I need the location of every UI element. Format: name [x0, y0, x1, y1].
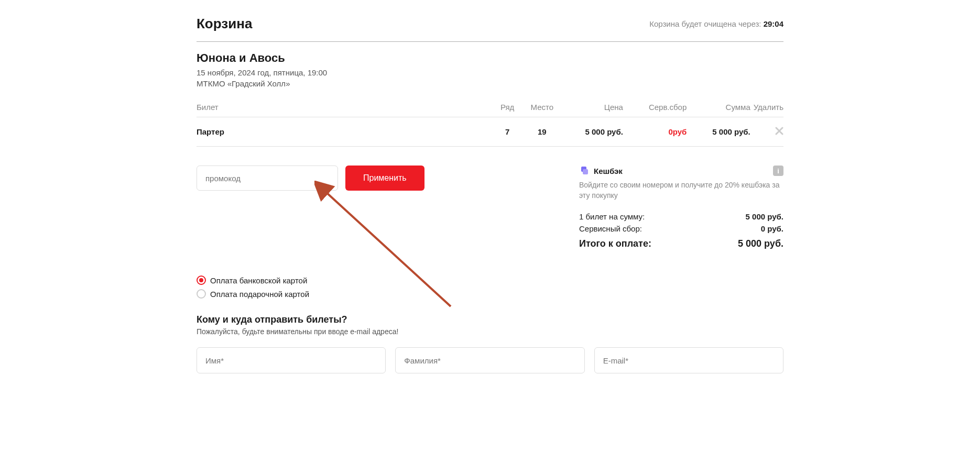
table-row: Партер 7 19 5 000 руб. 0руб 5 000 руб. — [197, 117, 783, 147]
payment-gift-label: Оплата подарочной картой — [210, 290, 309, 299]
timer-value: 29:04 — [764, 19, 783, 28]
payment-card-radio[interactable]: Оплата банковской картой — [197, 275, 783, 285]
tickets-count-value: 5 000 руб. — [746, 212, 783, 221]
timer-text: Корзина будет очищена через: 29:04 — [649, 19, 783, 28]
th-delete: Удалить — [750, 97, 783, 117]
delivery-subtitle: Пожалуйста, будьте внимательны при вводе… — [197, 327, 783, 336]
cell-row: 7 — [490, 117, 525, 147]
svg-rect-1 — [583, 169, 588, 174]
cashback-icon — [579, 166, 590, 176]
th-price: Цена — [559, 97, 623, 117]
total-label: Итого к оплате: — [579, 238, 651, 249]
th-row: Ряд — [490, 97, 525, 117]
form-row — [197, 347, 783, 373]
th-fee: Серв.сбор — [623, 97, 687, 117]
th-sum: Сумма — [687, 97, 750, 117]
email-input[interactable] — [594, 347, 783, 373]
cell-fee: 0руб — [623, 117, 687, 147]
event-venue: МТКМО «Градский Холл» — [197, 79, 783, 88]
tickets-table: Билет Ряд Место Цена Серв.сбор Сумма Уда… — [197, 97, 783, 147]
total-value: 5 000 руб. — [738, 238, 783, 249]
event-block: Юнона и Авось 15 ноября, 2024 год, пятни… — [197, 51, 783, 88]
name-input[interactable] — [197, 347, 386, 373]
page-title: Корзина — [197, 16, 252, 32]
th-seat: Место — [525, 97, 559, 117]
cell-ticket: Партер — [197, 117, 490, 147]
close-icon — [775, 127, 783, 135]
delivery-title: Кому и куда отправить билеты? — [197, 314, 783, 325]
cashback-desc: Войдите со своим номером и получите до 2… — [579, 180, 783, 201]
cell-seat: 19 — [525, 117, 559, 147]
th-ticket: Билет — [197, 97, 490, 117]
payment-gift-radio[interactable]: Оплата подарочной картой — [197, 289, 783, 299]
delete-button[interactable] — [775, 126, 783, 137]
info-icon[interactable]: i — [773, 166, 783, 176]
payment-card-label: Оплата банковской картой — [210, 276, 307, 285]
timer-label: Корзина будет очищена через: — [649, 19, 761, 28]
summary-block: Кешбэк i Войдите со своим номером и полу… — [579, 166, 783, 249]
event-title: Юнона и Авось — [197, 51, 783, 65]
event-date: 15 ноября, 2024 год, пятница, 19:00 — [197, 68, 783, 77]
cashback-label: Кешбэк — [594, 167, 623, 175]
cell-sum: 5 000 руб. — [687, 117, 750, 147]
service-fee-label: Сервисный сбор: — [579, 224, 642, 233]
promo-input[interactable] — [197, 166, 338, 191]
cell-price: 5 000 руб. — [559, 117, 623, 147]
service-fee-value: 0 руб. — [761, 224, 783, 233]
promo-row: Применить — [197, 166, 558, 249]
apply-button[interactable]: Применить — [345, 166, 424, 191]
tickets-count-label: 1 билет на сумму: — [579, 212, 645, 221]
radio-icon — [197, 289, 206, 299]
header-row: Корзина Корзина будет очищена через: 29:… — [197, 16, 783, 42]
payment-options: Оплата банковской картой Оплата подарочн… — [197, 275, 783, 299]
surname-input[interactable] — [395, 347, 584, 373]
radio-icon — [197, 275, 206, 285]
